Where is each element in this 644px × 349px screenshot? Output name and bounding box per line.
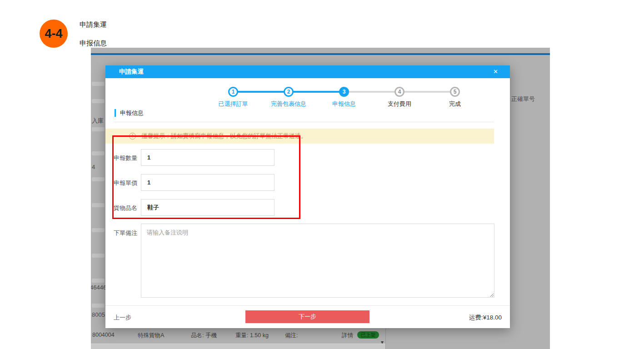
declared-price-label: 申報單價 <box>114 179 137 187</box>
bg-label-correct-tracking-no: 正確單号 <box>511 95 535 103</box>
step-circle-3: 3 <box>339 87 349 97</box>
dimmed-row <box>92 82 105 86</box>
status-badge-on-shelf: 已上架 <box>357 331 379 339</box>
dimmed-row <box>92 203 105 207</box>
dimmed-row <box>92 127 105 131</box>
bg-goods-type: 特殊貨物A <box>138 332 164 339</box>
step-circle-1: 1 <box>228 87 238 97</box>
dimmed-row <box>92 151 105 155</box>
dimmed-row <box>92 99 105 103</box>
bg-goods-weight: 重量: 1.50 kg <box>235 332 269 339</box>
bg-order-number: 8004004 <box>92 332 115 338</box>
step-number-badge: 4-4 <box>40 20 68 48</box>
step-label-selected-orders: 已選擇訂單 <box>219 100 248 108</box>
bg-detail-link: 詳情 <box>342 332 353 339</box>
apply-consolidation-modal: 申請集運 ✕ 1 2 3 4 5 已選擇訂單 完善包裹信息 申報信息 支付費用 … <box>105 65 510 328</box>
annotation-title: 申請集運 <box>80 20 107 29</box>
dimmed-row <box>91 344 385 349</box>
step-label-declaration-info: 申報信息 <box>332 100 356 108</box>
bg-label-number: 8005 <box>92 311 105 318</box>
annotation-subtitle: 申报信息 <box>80 39 107 48</box>
warning-banner: ! 溫馨提示：請如實填寫申報信息，以免您的訂單無法正常送達。 <box>105 129 494 144</box>
step-circle-5: 5 <box>450 87 460 97</box>
step-label-payment: 支付費用 <box>388 100 411 108</box>
step-label-done: 完成 <box>449 100 461 108</box>
bg-label-number: 46446 <box>91 284 106 291</box>
dimmed-row <box>92 228 105 232</box>
step-circle-4: 4 <box>394 87 404 97</box>
divider <box>114 122 494 122</box>
goods-name-input[interactable] <box>141 199 275 216</box>
previous-step-button[interactable]: 上一步 <box>114 314 131 322</box>
goods-name-label: 貨物品名 <box>114 204 137 212</box>
step-circle-2: 2 <box>284 87 294 97</box>
dimmed-row <box>92 279 105 283</box>
dimmed-row <box>92 254 105 258</box>
declared-price-input[interactable] <box>141 174 275 191</box>
declared-quantity-input[interactable] <box>141 149 275 166</box>
order-remark-textarea[interactable] <box>141 224 494 298</box>
bg-label-number: 4 <box>92 164 95 170</box>
modal-header: 申請集運 ✕ <box>105 65 510 78</box>
next-step-button[interactable]: 下一步 <box>245 310 369 323</box>
background-top-blue-line <box>91 53 550 55</box>
divider <box>385 328 386 349</box>
bg-remark-label: 備注: <box>285 332 298 339</box>
warning-text: 溫馨提示：請如實填寫申報信息，以免您的訂單無法正常送達。 <box>141 132 307 140</box>
dimmed-row <box>92 177 105 181</box>
section-title-declaration-info: 申報信息 <box>115 109 144 117</box>
declared-quantity-label: 申報數量 <box>114 154 137 162</box>
divider <box>105 305 510 306</box>
bg-goods-name: 品名: 手機 <box>191 332 217 339</box>
order-remark-label: 下單備注 <box>114 229 137 237</box>
bg-label-warehouse: 入庫 <box>92 117 104 125</box>
step-label-package-info: 完善包裹信息 <box>271 100 306 108</box>
freight-fee: 运费:¥18.00 <box>469 314 502 322</box>
modal-title: 申請集運 <box>119 68 144 76</box>
dimmed-row <box>92 304 105 308</box>
close-icon[interactable]: ✕ <box>493 68 498 75</box>
warning-circle-icon: ! <box>129 133 136 140</box>
